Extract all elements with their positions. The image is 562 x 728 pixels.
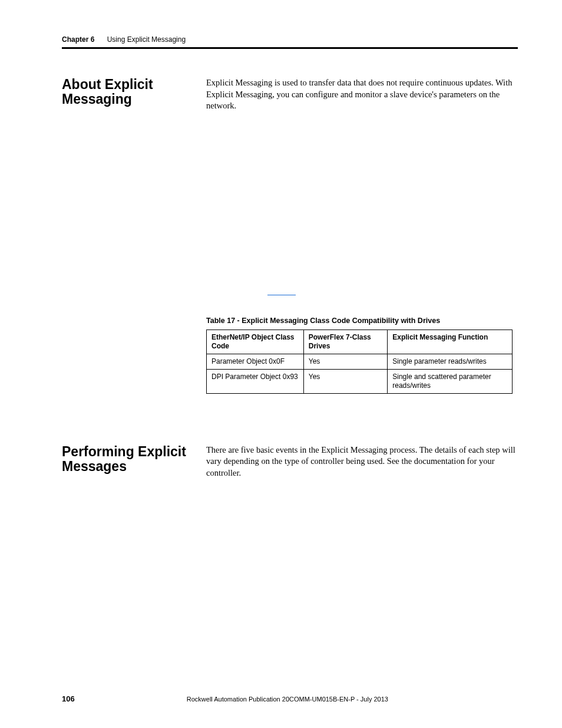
table-cell: Single and scattered parameter reads/wri… [388, 369, 513, 393]
table-header-cell: Explicit Messaging Function [388, 330, 513, 354]
table-cell: Single parameter reads/writes [388, 354, 513, 369]
table-cell: Yes [303, 354, 388, 369]
table-cell: DPI Parameter Object 0x93 [207, 369, 304, 393]
table-row: Parameter Object 0x0F Yes Single paramet… [207, 354, 513, 369]
header-rule [62, 47, 518, 49]
table-reference-rule [267, 295, 296, 295]
publication-info: Rockwell Automation Publication 20COMM-U… [75, 696, 500, 703]
running-header: Chapter 6 Using Explicit Messaging [62, 35, 518, 44]
chapter-label: Chapter 6 [62, 35, 94, 44]
section-heading: About Explicit Messaging [62, 77, 196, 107]
section-heading: Performing Explicit Messages [62, 444, 196, 475]
table-row: DPI Parameter Object 0x93 Yes Single and… [207, 369, 513, 393]
table-cell: Yes [303, 369, 388, 393]
table-cell: Parameter Object 0x0F [207, 354, 304, 369]
chapter-title: Using Explicit Messaging [107, 35, 186, 44]
compatibility-table: EtherNet/IP Object Class Code PowerFlex … [206, 330, 513, 394]
page-footer: 106 Rockwell Automation Publication 20CO… [62, 694, 518, 703]
table-header-row: EtherNet/IP Object Class Code PowerFlex … [207, 330, 513, 354]
page-number: 106 [62, 694, 75, 703]
section-about-explicit-messaging: About Explicit Messaging Explicit Messag… [62, 77, 518, 112]
section-performing-explicit-messages: Performing Explicit Messages There are f… [62, 444, 518, 479]
section-paragraph: There are five basic events in the Expli… [206, 444, 518, 479]
section-paragraph: Explicit Messaging is used to transfer d… [206, 77, 518, 112]
table-caption: Table 17 - Explicit Messaging Class Code… [206, 317, 518, 325]
table-header-cell: EtherNet/IP Object Class Code [207, 330, 304, 354]
table-header-cell: PowerFlex 7-Class Drives [303, 330, 388, 354]
